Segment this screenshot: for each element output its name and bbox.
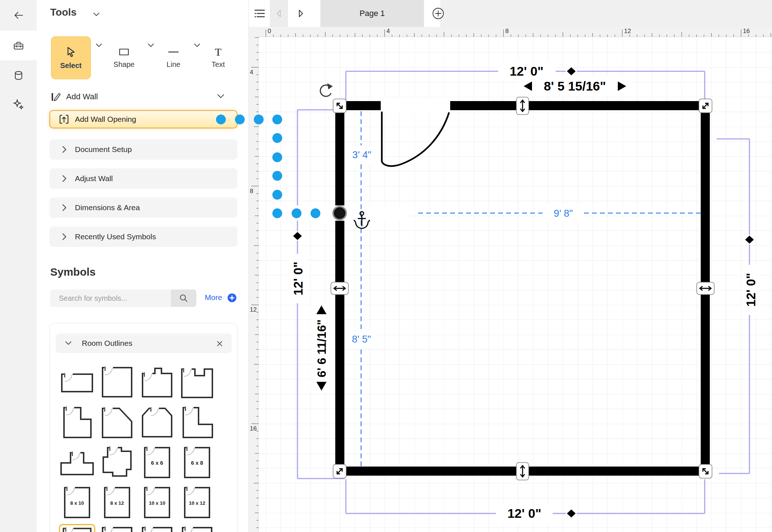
section-label: Dimensions & Area bbox=[75, 203, 140, 212]
wall-left-lower-segment[interactable] bbox=[335, 221, 344, 476]
add-wall-chevron-icon[interactable] bbox=[216, 93, 225, 100]
symbol-room-outline[interactable] bbox=[139, 404, 175, 439]
symbol-room-outline[interactable] bbox=[179, 404, 215, 439]
corner-handle-top-left[interactable] bbox=[333, 99, 346, 113]
select-tool-label: Select bbox=[60, 61, 82, 70]
svg-text:8 x 10: 8 x 10 bbox=[70, 500, 84, 506]
more-symbols-link[interactable]: More bbox=[205, 293, 222, 302]
cursor-trail-dot bbox=[272, 115, 282, 124]
tab-page-1[interactable]: Page 1 bbox=[320, 0, 424, 27]
next-page-button[interactable] bbox=[292, 0, 310, 27]
svg-text:16: 16 bbox=[250, 425, 257, 432]
symbol-search-button[interactable] bbox=[171, 289, 196, 307]
section-document-setup[interactable]: Document Setup bbox=[49, 139, 237, 160]
page-list-button[interactable] bbox=[251, 0, 268, 27]
wall-opening-icon bbox=[58, 113, 70, 125]
edge-handle-left[interactable] bbox=[331, 282, 348, 295]
room-outlines-header[interactable]: Room Outlines bbox=[56, 333, 232, 353]
corner-handle-top-right[interactable] bbox=[699, 99, 712, 113]
room-outlines-card: Room Outlines 6 x 66 x 88 x 108 x 1210 x… bbox=[49, 323, 237, 532]
page-list-icon bbox=[253, 8, 266, 19]
symbol-room-outline[interactable] bbox=[139, 364, 175, 399]
add-wall-opening-button[interactable]: Add Wall Opening bbox=[49, 110, 237, 128]
sparkles-icon bbox=[12, 98, 25, 111]
symbol-room-outline[interactable] bbox=[139, 524, 175, 532]
collapse-chevron-icon bbox=[64, 341, 72, 346]
cursor-trail-dot bbox=[311, 208, 320, 218]
symbols-title: Symbols bbox=[50, 266, 96, 278]
shape-tool-button[interactable]: Shape bbox=[108, 36, 140, 79]
cursor-trail-dot bbox=[254, 115, 264, 124]
previous-page-button[interactable] bbox=[270, 0, 288, 27]
select-tool-button[interactable]: Select bbox=[51, 36, 91, 79]
rail-item-ai[interactable] bbox=[0, 89, 37, 120]
back-arrow-icon bbox=[12, 9, 25, 21]
add-wall-label: Add Wall bbox=[66, 92, 98, 101]
wall-top-right-segment[interactable] bbox=[449, 101, 710, 110]
edge-handle-top[interactable] bbox=[516, 97, 529, 115]
symbol-room-outline[interactable] bbox=[59, 444, 95, 479]
edge-handle-bottom[interactable] bbox=[516, 463, 529, 480]
guide-label-8-5: 8' 5" bbox=[352, 334, 371, 345]
corner-handle-bottom-right[interactable] bbox=[699, 464, 712, 478]
edge-handle-right[interactable] bbox=[697, 282, 714, 295]
line-icon bbox=[167, 47, 180, 57]
symbol-room-outline[interactable] bbox=[99, 364, 135, 399]
drawing-surface[interactable]: 3' 4" 8' 5" 9' 8" 12' 0" 8' 5 15/16" 12'… bbox=[259, 37, 772, 532]
section-dimensions-area[interactable]: Dimensions & Area bbox=[49, 197, 237, 218]
add-wall-row[interactable]: Add Wall bbox=[50, 89, 236, 104]
dim-bottom-label: 12' 0" bbox=[507, 506, 541, 520]
vertical-ruler[interactable]: 481216 bbox=[249, 37, 259, 532]
wall-anchor-point-handle[interactable] bbox=[333, 207, 346, 220]
symbol-room-outline[interactable] bbox=[59, 404, 95, 439]
symbol-room-outline-8x10[interactable]: 8 x 10 bbox=[59, 484, 95, 519]
rectangle-shape-icon bbox=[118, 47, 130, 57]
symbol-room-outline-6x6[interactable]: 6 x 6 bbox=[139, 444, 175, 479]
section-label: Recently Used Symbols bbox=[75, 232, 156, 241]
symbol-room-outline[interactable] bbox=[99, 524, 135, 532]
dim-left-label: 12' 0" bbox=[291, 261, 305, 295]
symbol-room-outline[interactable] bbox=[179, 364, 215, 399]
symbol-room-outline-10x10[interactable]: 10 x 10 bbox=[139, 484, 175, 519]
wall-segment-label: 6' 6 11/16" bbox=[315, 319, 328, 377]
ruler-corner bbox=[249, 27, 259, 37]
database-icon bbox=[12, 69, 25, 82]
symbol-room-outline[interactable] bbox=[179, 524, 215, 532]
tools-panel: Tools Select Shape Line T Text bbox=[37, 0, 249, 532]
more-plus-icon[interactable] bbox=[227, 293, 237, 303]
symbol-room-outline[interactable] bbox=[59, 364, 95, 399]
close-icon[interactable] bbox=[216, 340, 224, 348]
symbol-room-outline[interactable] bbox=[99, 404, 135, 439]
svg-text:8: 8 bbox=[505, 28, 509, 35]
select-dropdown-chevron-icon[interactable] bbox=[95, 43, 103, 48]
text-tool-button[interactable]: T Text bbox=[203, 36, 234, 79]
horizontal-ruler[interactable]: 0481216 bbox=[249, 27, 772, 37]
symbol-search-input[interactable] bbox=[50, 289, 171, 307]
cursor-trail-dot bbox=[216, 115, 226, 124]
section-label: Adjust Wall bbox=[75, 174, 113, 183]
rail-background bbox=[0, 60, 37, 532]
rail-item-data[interactable] bbox=[0, 60, 37, 91]
symbol-room-outline-10x12[interactable]: 10 x 12 bbox=[179, 484, 215, 519]
symbol-room-outline-8x12[interactable]: 8 x 12 bbox=[99, 484, 135, 519]
tools-chevron-down-icon[interactable] bbox=[92, 12, 101, 17]
add-page-button[interactable] bbox=[426, 0, 450, 27]
next-page-icon bbox=[297, 9, 304, 18]
wall-left-upper-segment[interactable] bbox=[335, 101, 344, 205]
shape-dropdown-chevron-icon[interactable] bbox=[147, 43, 155, 48]
line-tool-button[interactable]: Line bbox=[158, 36, 189, 79]
symbol-room-outline-6x8[interactable]: 6 x 8 bbox=[179, 444, 215, 479]
section-recently-used-symbols[interactable]: Recently Used Symbols bbox=[49, 227, 237, 247]
corner-handle-bottom-left[interactable] bbox=[333, 464, 346, 478]
section-adjust-wall[interactable]: Adjust Wall bbox=[49, 168, 237, 189]
symbol-room-outline[interactable] bbox=[59, 524, 95, 532]
cursor-icon bbox=[65, 46, 76, 58]
svg-text:4: 4 bbox=[387, 28, 390, 35]
line-dropdown-chevron-icon[interactable] bbox=[193, 43, 201, 48]
rail-item-shapes-active[interactable] bbox=[0, 31, 37, 61]
symbol-room-outline[interactable] bbox=[99, 444, 135, 479]
canvas-area: Page 1 0481216 481216 bbox=[249, 0, 772, 532]
svg-text:6 x 6: 6 x 6 bbox=[151, 460, 163, 466]
previous-page-icon bbox=[275, 9, 283, 18]
back-button[interactable] bbox=[0, 0, 37, 31]
